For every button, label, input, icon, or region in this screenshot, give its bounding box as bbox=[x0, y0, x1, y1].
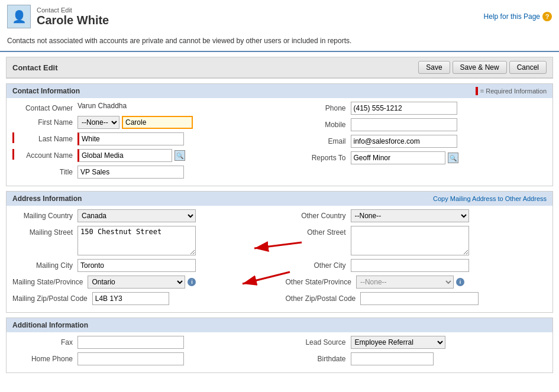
other-zip-row: Other Zip/Postal Code bbox=[286, 292, 547, 305]
account-lookup-icon[interactable]: 🔍 bbox=[175, 150, 185, 161]
salutation-select[interactable]: --None-- Mr. Ms. Mrs. Dr. Prof. bbox=[77, 116, 119, 129]
contact-edit-section: Contact Edit Save Save & New Cancel bbox=[6, 57, 553, 79]
email-label: Email bbox=[286, 135, 351, 145]
additional-right: Lead Source --None-- Cold Call Existing … bbox=[280, 332, 553, 372]
reports-to-wrap: 🔍 bbox=[351, 151, 547, 164]
cancel-button[interactable]: Cancel bbox=[509, 61, 547, 74]
mailing-street-label: Mailing Street bbox=[12, 226, 77, 237]
first-name-input[interactable] bbox=[122, 116, 193, 129]
mobile-label: Mobile bbox=[286, 118, 351, 129]
home-phone-row: Home Phone bbox=[12, 352, 274, 365]
mailing-state-select[interactable]: Ontario British Columbia Alberta Quebec bbox=[88, 276, 185, 289]
save-new-button[interactable]: Save & New bbox=[453, 61, 507, 74]
last-name-row: Last Name bbox=[12, 132, 274, 145]
page-header: 👤 Contact Edit Carole White Help for thi… bbox=[0, 0, 559, 33]
page-title-block: Contact Edit Carole White bbox=[37, 7, 109, 27]
mailing-state-info-icon[interactable]: i bbox=[188, 278, 196, 286]
mailing-city-input[interactable] bbox=[77, 259, 196, 272]
other-street-input[interactable] bbox=[351, 226, 469, 255]
phone-input[interactable] bbox=[351, 102, 457, 115]
title-wrap bbox=[77, 166, 274, 179]
address-form: Mailing Country Canada United States Uni… bbox=[7, 206, 552, 312]
birthdate-wrap bbox=[351, 352, 547, 365]
mailing-state-wrap: Ontario British Columbia Alberta Quebec … bbox=[88, 276, 273, 289]
mailing-state-row: Mailing State/Province Ontario British C… bbox=[12, 276, 274, 289]
mailing-street-input[interactable]: 150 Chestnut Street bbox=[77, 226, 196, 255]
contact-owner-row: Contact Owner Varun Chaddha bbox=[12, 102, 274, 112]
mobile-input[interactable] bbox=[351, 118, 457, 131]
address-right: Other Country --None-- Canada United Sta… bbox=[280, 206, 553, 312]
other-state-select[interactable]: --None-- bbox=[356, 276, 454, 289]
mailing-country-wrap: Canada United States United Kingdom bbox=[77, 209, 274, 222]
lead-source-row: Lead Source --None-- Cold Call Existing … bbox=[286, 336, 547, 349]
contact-owner-value: Varun Chaddha bbox=[77, 102, 274, 110]
other-zip-input[interactable] bbox=[360, 292, 479, 305]
other-state-wrap: --None-- i bbox=[356, 276, 547, 289]
reports-to-label: Reports To bbox=[286, 151, 351, 162]
other-country-row: Other Country --None-- Canada United Sta… bbox=[286, 209, 547, 222]
contact-icon: 👤 bbox=[7, 5, 31, 28]
required-text: = Required Information bbox=[480, 88, 547, 95]
fax-wrap bbox=[77, 336, 274, 349]
mailing-zip-input[interactable] bbox=[92, 292, 169, 305]
mailing-country-label: Mailing Country bbox=[12, 209, 77, 220]
other-street-wrap bbox=[351, 226, 547, 255]
other-state-info-icon[interactable]: i bbox=[456, 278, 464, 286]
email-input[interactable] bbox=[351, 135, 457, 148]
reports-to-lookup-icon[interactable]: 🔍 bbox=[448, 153, 458, 163]
private-notice: Contacts not associated with accounts ar… bbox=[0, 33, 559, 52]
copy-mailing-address-link[interactable]: Copy Mailing Address to Other Address bbox=[433, 195, 547, 202]
fax-input[interactable] bbox=[77, 336, 184, 349]
header-left: 👤 Contact Edit Carole White bbox=[7, 5, 109, 28]
first-name-row: First Name --None-- Mr. Ms. Mrs. Dr. Pro… bbox=[12, 116, 274, 129]
lead-source-select[interactable]: --None-- Cold Call Existing Customer Sel… bbox=[351, 336, 445, 349]
lead-source-wrap: --None-- Cold Call Existing Customer Sel… bbox=[351, 336, 547, 349]
contact-edit-header-bar: Contact Edit Save Save & New Cancel bbox=[7, 57, 552, 78]
contact-information-panel: Contact Information = Required Informati… bbox=[6, 83, 553, 186]
home-phone-input[interactable] bbox=[77, 352, 184, 365]
home-phone-label: Home Phone bbox=[12, 352, 77, 363]
address-info-title: Address Information bbox=[12, 195, 82, 203]
other-city-input[interactable] bbox=[351, 259, 469, 272]
account-name-label: Account Name bbox=[12, 149, 77, 160]
mailing-city-label: Mailing City bbox=[12, 259, 77, 270]
address-information-panel: Address Information Copy Mailing Address… bbox=[6, 191, 553, 313]
first-name-label: First Name bbox=[12, 116, 77, 127]
additional-information-panel: Additional Information Fax Home Phone bbox=[6, 318, 553, 373]
contact-info-header: Contact Information = Required Informati… bbox=[7, 84, 552, 98]
help-icon: ? bbox=[542, 12, 552, 21]
phone-row: Phone bbox=[286, 102, 547, 115]
other-city-wrap bbox=[351, 259, 547, 272]
mailing-country-select[interactable]: Canada United States United Kingdom bbox=[77, 209, 196, 222]
title-row: Title bbox=[12, 166, 274, 179]
other-city-label: Other City bbox=[286, 259, 351, 270]
other-city-row: Other City bbox=[286, 259, 547, 272]
mailing-street-wrap: 150 Chestnut Street bbox=[77, 226, 274, 255]
birthdate-input[interactable] bbox=[351, 352, 434, 365]
contact-info-left: Contact Owner Varun Chaddha First Name -… bbox=[7, 98, 280, 186]
save-button[interactable]: Save bbox=[418, 61, 450, 74]
account-name-input[interactable] bbox=[77, 149, 172, 162]
title-input[interactable] bbox=[77, 166, 184, 179]
other-country-select[interactable]: --None-- Canada United States bbox=[351, 209, 469, 222]
other-country-wrap: --None-- Canada United States bbox=[351, 209, 547, 222]
contact-info-form: Contact Owner Varun Chaddha First Name -… bbox=[7, 98, 552, 186]
page-subtitle: Contact Edit bbox=[37, 7, 109, 14]
required-bar bbox=[476, 87, 478, 95]
reports-to-input[interactable] bbox=[351, 151, 445, 164]
other-street-row: Other Street bbox=[286, 226, 547, 255]
first-name-controls: --None-- Mr. Ms. Mrs. Dr. Prof. bbox=[77, 116, 274, 129]
other-state-row: Other State/Province --None-- i bbox=[286, 276, 547, 289]
other-state-label: Other State/Province bbox=[286, 276, 356, 286]
name-row-controls: --None-- Mr. Ms. Mrs. Dr. Prof. bbox=[77, 116, 193, 129]
mailing-state-label: Mailing State/Province bbox=[12, 276, 88, 286]
help-link[interactable]: Help for this Page ? bbox=[484, 12, 552, 21]
fax-label: Fax bbox=[12, 336, 77, 346]
contact-edit-title: Contact Edit bbox=[12, 63, 58, 72]
additional-form: Fax Home Phone Lead Source --None-- bbox=[7, 332, 552, 372]
last-name-label: Last Name bbox=[12, 132, 77, 143]
email-row: Email bbox=[286, 135, 547, 148]
page-title: Carole White bbox=[37, 14, 109, 27]
last-name-input[interactable] bbox=[77, 132, 184, 145]
mailing-city-wrap bbox=[77, 259, 274, 272]
